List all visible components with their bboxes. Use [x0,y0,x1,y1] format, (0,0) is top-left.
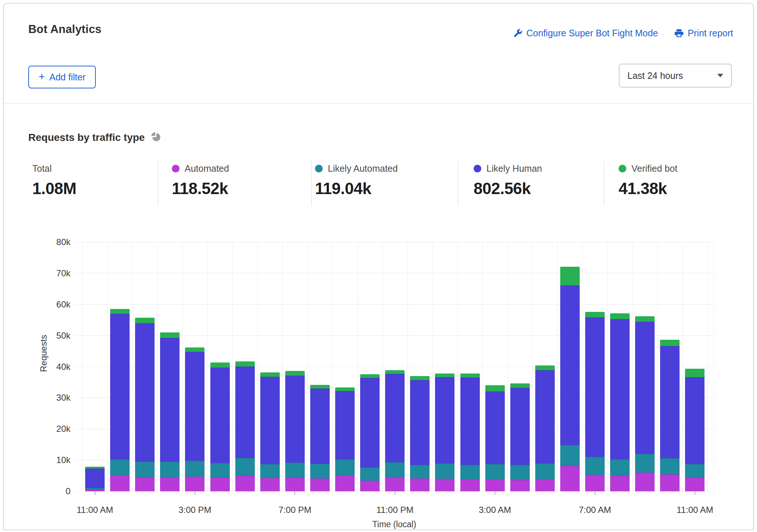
bar-600am[interactable] [560,267,580,491]
bar-200pm[interactable] [160,332,180,491]
bar-segment-likely-human[interactable] [610,319,630,459]
bar-segment-verified-bot[interactable] [435,374,454,377]
bar-segment-likely-automated[interactable] [160,462,180,477]
bar-segment-likely-automated[interactable] [135,462,155,477]
bar-segment-likely-automated[interactable] [235,458,255,475]
bar-400am[interactable] [510,383,530,491]
bar-segment-verified-bot[interactable] [635,316,655,322]
bar-segment-automated[interactable] [610,476,630,491]
bar-segment-likely-automated[interactable] [535,463,555,479]
bar-900pm[interactable] [335,387,355,491]
bar-700pm[interactable] [285,371,305,491]
bar-segment-automated[interactable] [535,479,555,491]
bar-segment-automated[interactable] [260,478,280,491]
bar-segment-verified-bot[interactable] [360,374,380,378]
bar-segment-likely-human[interactable] [685,377,705,464]
bar-segment-likely-human[interactable] [485,391,505,464]
bar-segment-verified-bot[interactable] [160,332,180,338]
bar-segment-likely-human[interactable] [460,378,480,465]
bar-segment-verified-bot[interactable] [485,385,505,391]
bar-segment-likely-automated[interactable] [385,462,405,477]
bar-segment-likely-human[interactable] [285,376,305,463]
bar-1100am[interactable] [685,369,705,491]
bar-segment-likely-automated[interactable] [310,464,330,478]
bar-segment-likely-human[interactable] [310,389,330,464]
bar-1000pm[interactable] [360,374,380,491]
bar-segment-likely-human[interactable] [85,469,105,488]
bar-segment-automated[interactable] [385,477,405,491]
bar-segment-likely-automated[interactable] [685,464,705,477]
bar-segment-automated[interactable] [135,477,155,491]
bar-segment-automated[interactable] [510,480,530,491]
bar-segment-likely-automated[interactable] [560,445,580,466]
bar-segment-automated[interactable] [685,477,705,491]
bar-800pm[interactable] [310,385,330,491]
bar-800am[interactable] [610,313,630,491]
bar-segment-automated[interactable] [660,474,680,491]
bar-segment-likely-human[interactable] [260,377,280,464]
bar-segment-likely-automated[interactable] [435,463,454,479]
bar-segment-verified-bot[interactable] [310,385,330,389]
bar-1100am[interactable] [85,467,105,491]
bar-segment-likely-automated[interactable] [185,461,204,477]
bar-segment-likely-automated[interactable] [635,454,655,473]
bar-segment-likely-human[interactable] [110,314,130,459]
bar-segment-verified-bot[interactable] [185,347,204,352]
bar-segment-automated[interactable] [310,478,330,491]
bar-segment-likely-automated[interactable] [210,463,230,477]
bar-segment-automated[interactable] [585,475,605,491]
bar-segment-automated[interactable] [285,478,305,491]
bar-segment-verified-bot[interactable] [585,312,605,317]
bar-segment-likely-human[interactable] [360,378,380,467]
bar-segment-verified-bot[interactable] [135,318,155,323]
bar-500am[interactable] [535,365,555,491]
bar-segment-verified-bot[interactable] [410,376,430,380]
bar-segment-likely-human[interactable] [560,285,580,445]
bar-300pm[interactable] [185,347,204,491]
bar-segment-likely-automated[interactable] [410,465,430,478]
bar-segment-likely-automated[interactable] [335,459,355,475]
bar-1200pm[interactable] [110,309,130,491]
bar-segment-automated[interactable] [160,477,180,491]
bar-segment-automated[interactable] [435,479,454,491]
bar-200am[interactable] [460,374,480,491]
bar-segment-likely-automated[interactable] [585,457,605,475]
bar-segment-likely-human[interactable] [410,380,430,465]
bar-segment-likely-automated[interactable] [610,459,630,476]
bar-segment-likely-automated[interactable] [660,458,680,474]
bar-segment-verified-bot[interactable] [660,340,680,346]
bar-segment-likely-human[interactable] [185,352,204,461]
bar-segment-likely-human[interactable] [585,317,605,456]
bar-1000am[interactable] [660,340,680,491]
bar-segment-likely-automated[interactable] [260,464,280,478]
bar-segment-likely-human[interactable] [635,322,655,454]
bar-segment-likely-human[interactable] [510,388,530,465]
bar-segment-automated[interactable] [635,473,655,491]
bar-segment-verified-bot[interactable] [110,309,130,314]
bar-segment-likely-human[interactable] [210,368,230,463]
bar-1100pm[interactable] [385,370,405,491]
bar-900am[interactable] [635,316,655,491]
bar-segment-automated[interactable] [210,477,230,491]
bar-segment-verified-bot[interactable] [385,370,405,374]
bar-segment-likely-automated[interactable] [360,467,380,481]
bar-segment-verified-bot[interactable] [260,372,280,377]
bar-segment-verified-bot[interactable] [460,374,480,378]
bar-segment-automated[interactable] [410,478,430,491]
bar-segment-automated[interactable] [485,480,505,491]
bar-1200am[interactable] [410,376,430,491]
bar-segment-verified-bot[interactable] [235,361,255,367]
bar-segment-verified-bot[interactable] [685,369,705,377]
bar-segment-likely-human[interactable] [335,391,355,459]
bar-segment-automated[interactable] [235,476,255,491]
bar-segment-verified-bot[interactable] [610,313,630,320]
bar-segment-likely-human[interactable] [435,377,454,463]
bar-segment-likely-automated[interactable] [460,465,480,479]
bar-segment-likely-automated[interactable] [485,464,505,480]
bar-segment-likely-human[interactable] [160,338,180,462]
bar-segment-likely-human[interactable] [385,374,405,462]
bar-segment-likely-automated[interactable] [285,463,305,478]
bar-segment-verified-bot[interactable] [210,362,230,368]
bar-100pm[interactable] [135,318,155,491]
bar-600pm[interactable] [260,372,280,491]
